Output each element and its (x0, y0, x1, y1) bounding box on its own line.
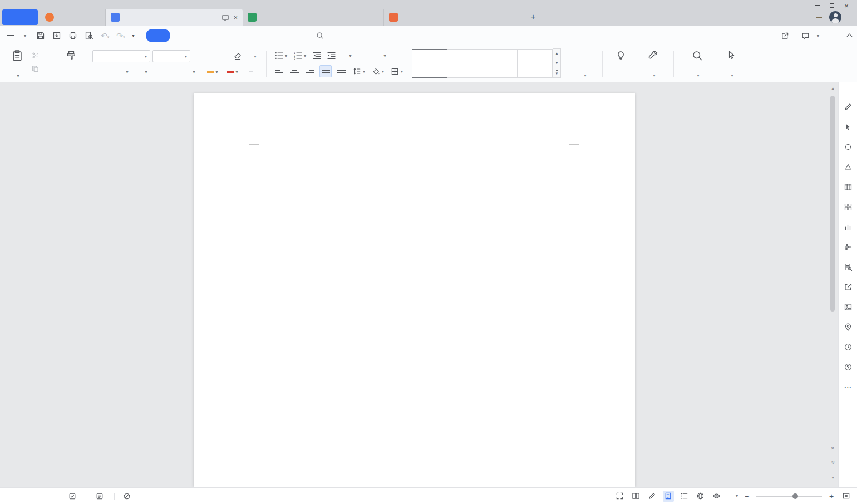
next-page-button[interactable] (828, 457, 838, 467)
styles-expand-button[interactable] (553, 68, 561, 78)
export-pdf-button[interactable] (52, 31, 61, 40)
text-effects-button[interactable] (185, 66, 201, 78)
tab-document-active[interactable] (106, 9, 243, 26)
text-tools-button[interactable] (637, 50, 670, 78)
undo-button[interactable] (101, 31, 109, 40)
numbering-button[interactable]: 123 (292, 50, 308, 62)
cast-screen-icon[interactable] (222, 15, 229, 20)
tab-presentation[interactable] (384, 9, 525, 26)
tab-close-button[interactable] (233, 13, 238, 22)
read-mode-button[interactable] (631, 491, 642, 502)
increase-font-button[interactable] (196, 50, 210, 62)
close-button[interactable] (839, 1, 854, 10)
fullscreen-view-button[interactable] (614, 491, 625, 502)
annotate-pen-button[interactable] (844, 102, 853, 111)
export-share-button[interactable] (844, 283, 853, 291)
select-tool-button[interactable] (844, 122, 853, 131)
file-menu-button[interactable] (7, 33, 26, 38)
more-tools-button[interactable] (844, 383, 853, 392)
fit-page-button[interactable] (840, 491, 851, 502)
scroll-down-button[interactable] (828, 473, 838, 483)
align-center-button[interactable] (288, 65, 301, 77)
insert-table-button[interactable] (394, 50, 406, 62)
align-right-button[interactable] (304, 65, 316, 77)
copy-button[interactable] (32, 65, 42, 72)
comment-button[interactable] (801, 32, 819, 40)
styles-scroll-up-button[interactable] (553, 48, 561, 58)
justify-button[interactable] (319, 65, 332, 77)
new-style-button[interactable] (569, 50, 600, 78)
inspiration-box-button[interactable] (607, 50, 634, 78)
web-view-button[interactable] (695, 491, 706, 502)
write-mode-button[interactable] (647, 491, 658, 502)
chart-tool-button[interactable] (844, 223, 853, 231)
zoom-slider[interactable] (756, 496, 822, 497)
document-page[interactable] (194, 93, 635, 487)
find-replace-button[interactable] (680, 50, 715, 78)
underline-button[interactable] (118, 66, 135, 78)
ribbon-tab-home-active[interactable] (146, 29, 170, 42)
print-preview-button[interactable] (85, 31, 93, 40)
subscript-button[interactable] (170, 66, 184, 78)
print-button[interactable] (68, 31, 77, 40)
sort-button[interactable] (361, 50, 375, 62)
customize-toolbar-button[interactable] (132, 33, 135, 38)
protection-status[interactable] (123, 492, 133, 500)
outline-view-button[interactable] (679, 491, 690, 502)
maximize-button[interactable] (825, 1, 839, 10)
increase-indent-button[interactable] (325, 50, 337, 62)
tab-home[interactable] (2, 9, 38, 25)
bullets-button[interactable] (273, 50, 289, 62)
adjust-tool-button[interactable] (844, 243, 853, 251)
zoom-in-button[interactable]: + (828, 492, 835, 501)
avatar[interactable] (829, 11, 841, 23)
previous-page-button[interactable] (828, 443, 838, 453)
superscript-button[interactable] (156, 66, 169, 78)
borders-button[interactable] (388, 65, 405, 77)
shading-button[interactable] (370, 65, 386, 77)
redo-button[interactable] (116, 31, 125, 40)
style-heading-1[interactable] (447, 49, 482, 78)
vertical-scrollbar[interactable] (828, 82, 838, 487)
command-search[interactable] (316, 32, 327, 39)
history-button[interactable] (844, 343, 853, 352)
font-name-select[interactable] (92, 50, 150, 62)
align-left-button[interactable] (273, 65, 285, 77)
pinyin-guide-button[interactable] (246, 50, 263, 62)
paste-button[interactable] (4, 50, 30, 78)
select-button[interactable] (718, 50, 745, 78)
image-tool-button[interactable] (844, 303, 853, 312)
italic-button[interactable] (106, 66, 117, 78)
scrollbar-thumb[interactable] (830, 96, 835, 312)
pattern-tool-button[interactable] (844, 202, 853, 211)
sidebar-help-button[interactable] (844, 363, 853, 372)
cut-button[interactable] (32, 52, 42, 59)
tab-docer-template[interactable] (40, 9, 106, 26)
share-button[interactable] (781, 32, 792, 40)
decrease-indent-button[interactable] (311, 50, 323, 62)
line-spacing-button[interactable] (351, 65, 367, 77)
decrease-font-button[interactable] (214, 50, 228, 62)
proofread-toggle[interactable] (96, 492, 106, 500)
tab-workbook[interactable] (243, 9, 384, 26)
strikethrough-button[interactable] (137, 66, 154, 78)
shape-tool-button[interactable] (844, 142, 853, 151)
zoom-out-button[interactable]: − (743, 492, 751, 501)
char-shading-button[interactable] (244, 66, 258, 78)
page-view-button[interactable] (663, 491, 674, 502)
styles-scroll-down-button[interactable] (553, 58, 561, 68)
zoom-slider-thumb[interactable] (792, 493, 798, 499)
eye-protect-button[interactable] (711, 491, 722, 502)
scroll-up-button[interactable] (828, 83, 838, 93)
zoom-level-select[interactable] (732, 493, 738, 498)
font-size-select[interactable] (152, 50, 190, 62)
show-marks-button[interactable] (376, 50, 392, 62)
style-normal[interactable] (412, 49, 447, 78)
style-heading-3[interactable] (517, 49, 553, 78)
location-tool-button[interactable] (844, 323, 853, 332)
format-painter-button[interactable] (58, 50, 85, 78)
distribute-button[interactable] (335, 65, 347, 77)
bold-button[interactable] (92, 66, 105, 78)
new-tab-button[interactable] (525, 9, 541, 26)
notification-badge[interactable] (816, 17, 822, 18)
